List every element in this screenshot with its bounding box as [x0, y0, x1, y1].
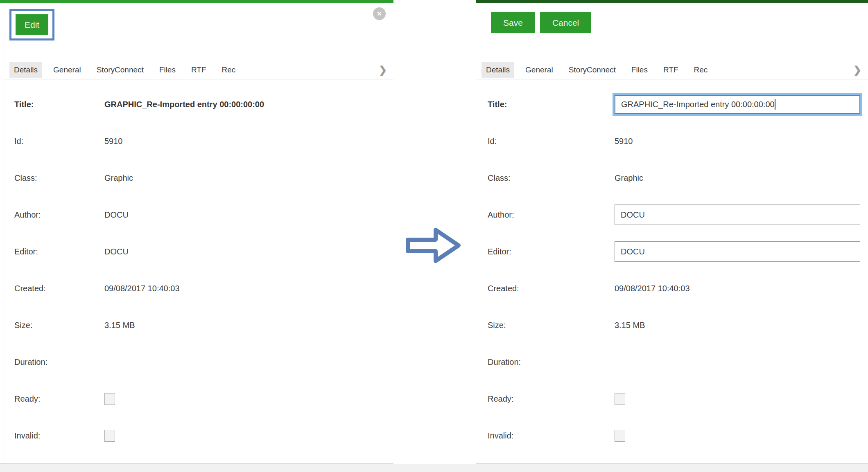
ready-checkbox[interactable]: [104, 393, 115, 405]
save-button[interactable]: Save: [491, 12, 535, 33]
field-row-editor: Editor:: [476, 233, 868, 270]
id-value: 5910: [615, 137, 633, 146]
duration-label: Duration:: [488, 357, 615, 367]
ready-label: Ready:: [488, 394, 615, 404]
transition-arrow-icon: [405, 225, 462, 266]
field-row-author: Author:DOCU: [4, 196, 393, 233]
panel-body: Edit ✕ DetailsGeneralStoryConnectFilesRT…: [4, 3, 393, 463]
editor-value: DOCU: [104, 247, 129, 256]
text-caret: [775, 99, 775, 110]
field-row-created: Created:09/08/2017 10:40:03: [4, 270, 393, 307]
field-rows: Title:GRAPHIC_Re-Imported entry 00:00:00…: [4, 79, 393, 454]
invalid-label: Invalid:: [488, 431, 615, 441]
invalid-checkbox[interactable]: [104, 430, 115, 442]
tab-rec[interactable]: Rec: [217, 62, 240, 78]
created-value: 09/08/2017 10:40:03: [615, 284, 690, 293]
edit-button-highlight: Edit: [9, 9, 54, 40]
details-edit-panel: Save Cancel DetailsGeneralStoryConnectFi…: [476, 0, 868, 464]
size-value: 3.15 MB: [615, 321, 645, 330]
details-view-panel: Edit ✕ DetailsGeneralStoryConnectFilesRT…: [0, 0, 393, 464]
tab-storyconnect[interactable]: StoryConnect: [92, 62, 148, 78]
screenshot-canvas: Edit ✕ DetailsGeneralStoryConnectFilesRT…: [0, 0, 868, 472]
size-label: Size:: [488, 321, 615, 330]
tab-storyconnect[interactable]: StoryConnect: [564, 62, 620, 78]
tab-general[interactable]: General: [521, 62, 558, 78]
title-label: Title:: [488, 100, 615, 109]
editor-label: Editor:: [488, 247, 615, 256]
cancel-button[interactable]: Cancel: [540, 12, 591, 33]
class-value: Graphic: [104, 173, 133, 183]
field-row-id: Id:5910: [476, 123, 868, 160]
author-input[interactable]: [615, 205, 860, 225]
field-row-invalid: Invalid:: [4, 417, 393, 454]
field-row-title: Title:GRAPHIC_Re-Imported entry 00:00:00…: [4, 86, 393, 123]
title-input[interactable]: GRAPHIC_Re-Imported entry 00:00:00:00: [615, 95, 860, 114]
field-row-duration: Duration:: [476, 344, 868, 380]
field-row-ready: Ready:: [4, 380, 393, 417]
tab-list: DetailsGeneralStoryConnectFilesRTFRec: [481, 62, 719, 78]
id-value: 5910: [104, 137, 123, 146]
field-row-id: Id:5910: [4, 123, 393, 160]
close-icon[interactable]: ✕: [373, 7, 386, 20]
author-label: Author:: [488, 210, 615, 220]
field-row-duration: Duration:: [4, 344, 393, 380]
tab-bar: DetailsGeneralStoryConnectFilesRTFRec ❯: [476, 61, 868, 79]
tab-details[interactable]: Details: [481, 62, 514, 78]
field-row-invalid: Invalid:: [476, 417, 868, 454]
field-row-editor: Editor:DOCU: [4, 233, 393, 270]
tab-rec[interactable]: Rec: [689, 62, 712, 78]
ready-label: Ready:: [14, 394, 104, 404]
chevron-right-icon[interactable]: ❯: [379, 64, 387, 76]
tab-general[interactable]: General: [49, 62, 86, 78]
size-label: Size:: [14, 321, 104, 330]
title-label: Title:: [14, 100, 104, 109]
created-label: Created:: [488, 284, 615, 293]
title-value: GRAPHIC_Re-Imported entry 00:00:00:00: [104, 100, 264, 109]
chevron-right-icon[interactable]: ❯: [853, 64, 861, 76]
class-label: Class:: [14, 173, 104, 183]
class-value: Graphic: [615, 173, 643, 183]
field-row-title: Title:GRAPHIC_Re-Imported entry 00:00:00…: [476, 86, 868, 123]
field-row-ready: Ready:: [476, 380, 868, 417]
created-label: Created:: [14, 284, 104, 293]
editor-input[interactable]: [615, 241, 860, 262]
class-label: Class:: [488, 173, 615, 183]
duration-label: Duration:: [14, 357, 104, 367]
id-label: Id:: [488, 137, 615, 146]
field-row-size: Size:3.15 MB: [4, 307, 393, 344]
panel-body: Save Cancel DetailsGeneralStoryConnectFi…: [476, 3, 868, 463]
ready-checkbox[interactable]: [615, 393, 625, 405]
view-toolbar: Edit ✕: [4, 3, 393, 61]
page-bottom-strip: [0, 464, 868, 472]
invalid-checkbox[interactable]: [615, 430, 625, 442]
tab-rtf[interactable]: RTF: [659, 62, 683, 78]
field-row-author: Author:: [476, 196, 868, 233]
tab-files[interactable]: Files: [627, 62, 652, 78]
tab-bar: DetailsGeneralStoryConnectFilesRTFRec ❯: [4, 61, 393, 79]
invalid-label: Invalid:: [14, 431, 104, 441]
edit-button[interactable]: Edit: [16, 14, 48, 35]
edit-toolbar: Save Cancel: [476, 3, 868, 61]
field-rows: Title:GRAPHIC_Re-Imported entry 00:00:00…: [476, 79, 868, 454]
author-label: Author:: [14, 210, 104, 220]
id-label: Id:: [14, 137, 104, 146]
field-row-size: Size:3.15 MB: [476, 307, 868, 344]
field-row-class: Class:Graphic: [4, 160, 393, 196]
author-value: DOCU: [104, 210, 129, 220]
save-cancel-group: Save Cancel: [491, 12, 591, 33]
panel-top-border: [476, 0, 868, 3]
editor-label: Editor:: [14, 247, 104, 256]
tab-rtf[interactable]: RTF: [187, 62, 211, 78]
input-text: GRAPHIC_Re-Imported entry 00:00:00:00: [621, 100, 775, 109]
tab-list: DetailsGeneralStoryConnectFilesRTFRec: [9, 62, 246, 78]
size-value: 3.15 MB: [104, 321, 135, 330]
panel-top-border: [0, 0, 393, 3]
tab-files[interactable]: Files: [155, 62, 180, 78]
tab-details[interactable]: Details: [9, 62, 42, 78]
field-row-class: Class:Graphic: [476, 160, 868, 196]
field-row-created: Created:09/08/2017 10:40:03: [476, 270, 868, 307]
created-value: 09/08/2017 10:40:03: [104, 284, 180, 293]
